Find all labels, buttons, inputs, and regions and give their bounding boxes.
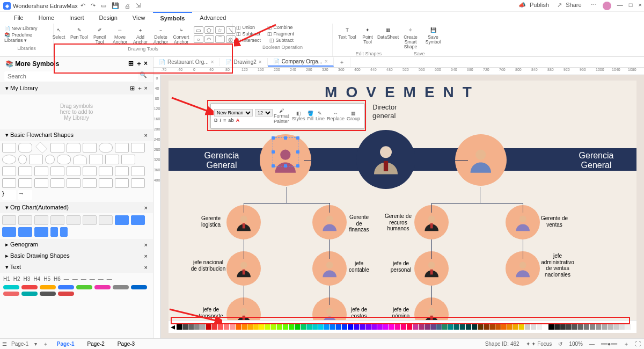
color-swatch[interactable]	[200, 324, 206, 330]
zoom-slider[interactable]: ━━●━━	[601, 341, 617, 347]
color-swatch[interactable]	[236, 324, 241, 330]
color-swatch[interactable]	[283, 324, 288, 330]
shape-pentagon-icon[interactable]: ⬠	[204, 26, 214, 34]
org-chart-page[interactable]: MOVEMENT Director general Gerencia Gener…	[169, 81, 636, 333]
color-swatch[interactable]	[277, 324, 282, 330]
color-swatch[interactable]	[365, 324, 371, 330]
color-swatch[interactable]	[572, 324, 577, 330]
focus-button[interactable]: ✦ ✦ Focus	[526, 341, 552, 347]
color-swatch[interactable]	[507, 324, 513, 330]
color-swatch[interactable]	[401, 324, 406, 330]
undo-icon[interactable]: ↶	[80, 2, 85, 9]
color-swatch[interactable]	[525, 324, 530, 330]
close-lib-icon[interactable]: ×	[144, 60, 148, 67]
align-icon[interactable]: ≡	[223, 118, 226, 123]
format-painter-icon[interactable]: 🖌	[279, 108, 284, 113]
pagetab-2[interactable]: Page-2	[81, 340, 111, 348]
color-swatch[interactable]	[513, 324, 518, 330]
shape-rect-icon[interactable]: ▭	[194, 26, 203, 34]
color-swatch[interactable]	[590, 324, 595, 330]
export-icon[interactable]: ⇲	[136, 2, 141, 9]
toggle-lib-icon[interactable]: ＋	[136, 60, 142, 67]
text-tool[interactable]: TText Tool	[338, 25, 357, 49]
pagetab-list-icon[interactable]: ☰	[2, 341, 7, 347]
bool-subtract2[interactable]: ◫ Subtract	[269, 38, 299, 43]
color-swatch[interactable]	[324, 324, 330, 330]
avatar[interactable]	[603, 2, 611, 10]
color-swatch[interactable]	[419, 324, 424, 330]
add-anchor-tool[interactable]: ＋Add Anchor	[131, 25, 150, 45]
color-bar-prev-icon[interactable]: ◂	[171, 322, 175, 332]
pagetab-prev-icon[interactable]: ▾	[34, 341, 37, 347]
delete-anchor-tool[interactable]: －Delete Anchor	[151, 25, 171, 45]
color-swatch[interactable]	[177, 324, 182, 330]
fullscreen-icon[interactable]: ⛶	[635, 341, 641, 347]
save-symbol[interactable]: 💾Save Symbol	[423, 25, 443, 49]
search-icon[interactable]: 🔍	[138, 71, 149, 81]
bool-union[interactable]: ◫ Union	[236, 25, 266, 30]
shape-star-icon[interactable]: ☆	[215, 26, 225, 34]
create-smart-shape[interactable]: ✧Create Smart Shape	[399, 25, 422, 49]
color-swatch[interactable]	[342, 324, 347, 330]
color-swatch[interactable]	[436, 324, 442, 330]
canvas[interactable]: MOVEMENT Director general Gerencia Gener…	[161, 75, 644, 338]
section-org[interactable]: ▾ Org Chart(Automated)×	[0, 202, 153, 213]
doc-tab-1[interactable]: 📄Restaurant Org...×	[153, 58, 220, 66]
menu-home[interactable]: Home	[31, 12, 62, 23]
bool-fragment[interactable]: ◫ Fragment	[267, 31, 297, 37]
color-swatch[interactable]	[301, 324, 306, 330]
color-swatch[interactable]	[425, 324, 430, 330]
color-swatch[interactable]	[584, 324, 589, 330]
color-swatch[interactable]	[537, 324, 542, 330]
color-swatch[interactable]	[395, 324, 400, 330]
menu-advanced[interactable]: Advanced	[192, 12, 233, 23]
color-swatch[interactable]	[608, 324, 613, 330]
section-geno[interactable]: ▸ Genogram×	[0, 239, 153, 250]
color-swatch[interactable]	[265, 324, 270, 330]
maximize-icon[interactable]: □	[629, 2, 633, 8]
fill-icon[interactable]: 🪣	[308, 111, 313, 116]
styles-icon[interactable]: ◧	[296, 111, 301, 116]
select-tool[interactable]: ↖Select	[49, 25, 69, 45]
color-bar[interactable]: ◂	[169, 320, 636, 333]
color-swatch[interactable]	[495, 324, 501, 330]
color-swatch[interactable]	[383, 324, 389, 330]
color-swatch[interactable]	[478, 324, 483, 330]
mylibrary-dropzone[interactable]: Drag symbolshere to add toMy Library	[0, 94, 153, 129]
doc-tab-3[interactable]: 📄Company Orga...×	[268, 57, 334, 67]
color-swatch[interactable]	[448, 324, 453, 330]
shape-ellipse-icon[interactable]: ○	[194, 35, 203, 43]
color-swatch[interactable]	[625, 324, 631, 330]
color-swatch[interactable]	[554, 324, 560, 330]
italic-icon[interactable]: I	[220, 118, 222, 123]
color-swatch[interactable]	[407, 324, 412, 330]
color-swatch[interactable]	[212, 324, 217, 330]
shape-curve-icon[interactable]: ⌒	[215, 35, 225, 43]
color-swatch[interactable]	[348, 324, 353, 330]
color-swatch[interactable]	[466, 324, 471, 330]
color-swatch[interactable]	[543, 324, 548, 330]
save-icon[interactable]: 💾	[112, 2, 119, 9]
case-icon[interactable]: ab	[228, 118, 234, 123]
color-swatch[interactable]	[330, 324, 335, 330]
zoom-out-icon[interactable]: ―	[589, 341, 595, 347]
text-tools[interactable]: H1H2H3H4H5H6——————	[0, 273, 153, 299]
bool-combine[interactable]: ◫ Combine	[267, 25, 299, 30]
color-swatch[interactable]	[295, 324, 300, 330]
color-swatch[interactable]	[548, 324, 554, 330]
convert-anchor-tool[interactable]: ⤷Convert Anchor	[172, 25, 191, 45]
color-swatch[interactable]	[306, 324, 312, 330]
color-swatch[interactable]	[289, 324, 294, 330]
color-swatch[interactable]	[241, 324, 247, 330]
color-swatch[interactable]	[230, 324, 235, 330]
color-swatch[interactable]	[484, 324, 489, 330]
color-swatch[interactable]	[336, 324, 341, 330]
flow-shapes[interactable]: }→	[0, 141, 153, 202]
color-swatch[interactable]	[442, 324, 448, 330]
menu-symbols[interactable]: Symbols	[153, 12, 193, 24]
color-swatch[interactable]	[360, 324, 365, 330]
print-icon[interactable]: 🖨	[125, 3, 130, 9]
menu-design[interactable]: Design	[92, 12, 125, 23]
color-swatch[interactable]	[519, 324, 524, 330]
replace-icon[interactable]: ↔	[333, 111, 338, 116]
